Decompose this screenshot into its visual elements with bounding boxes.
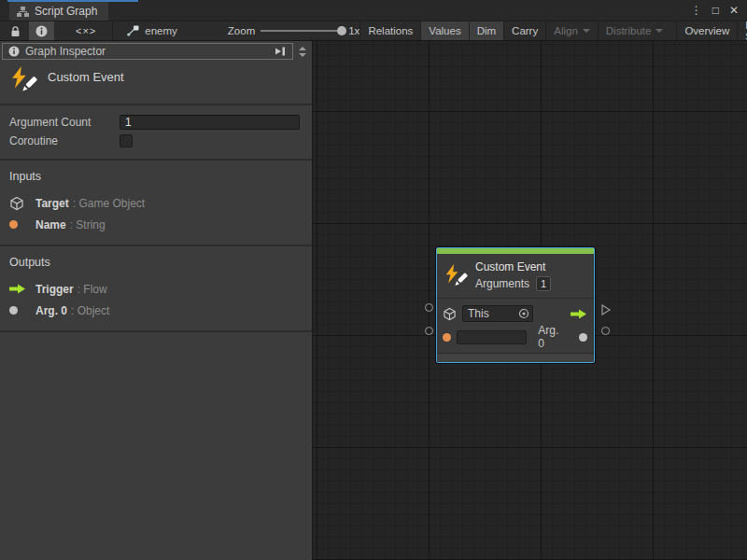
graph-name: enemy [145, 25, 177, 36]
graph-canvas[interactable]: Custom Event Arguments 1 [313, 41, 747, 560]
inputs-section: Inputs Target : Game Object [0, 161, 312, 246]
coroutine-label: Coroutine [9, 134, 120, 147]
output-port-arg0[interactable] [601, 327, 610, 335]
dim-button[interactable]: Dim [469, 21, 503, 40]
inspector-title: Graph Inspector [25, 45, 268, 58]
graph-hierarchy-icon [17, 7, 29, 17]
node-body: This [437, 298, 594, 353]
full-screen-button[interactable]: Full Screen [737, 21, 747, 40]
toolbar-left-group: <×> [0, 21, 113, 40]
outputs-section: Outputs Trigger : Flow Arg. 0 : Object [0, 246, 312, 332]
zoom-label: Zoom [228, 25, 255, 36]
lock-button[interactable] [4, 21, 27, 40]
string-port-icon [443, 333, 451, 342]
node-header[interactable]: Custom Event Arguments 1 [437, 254, 594, 298]
code-icon: <×> [76, 25, 96, 36]
object-picker-icon[interactable] [518, 308, 529, 319]
tab-script-graph[interactable]: Script Graph [9, 2, 108, 21]
zoom-control: Zoom 1x [187, 25, 360, 36]
inputs-heading: Inputs [9, 170, 303, 183]
info-icon [8, 46, 20, 57]
outputs-heading: Outputs [9, 256, 303, 269]
tab-label: Script Graph [35, 5, 97, 18]
zoom-slider-knob[interactable] [337, 26, 346, 35]
event-title: Custom Event [48, 70, 124, 94]
custom-event-node[interactable]: Custom Event Arguments 1 [436, 247, 595, 363]
relations-button[interactable]: Relations [359, 21, 420, 40]
argument-count-label: Argument Count [9, 116, 120, 129]
inspector-empty-area [0, 332, 312, 560]
custom-event-icon [9, 66, 37, 94]
zoom-slider[interactable] [261, 30, 343, 32]
flow-port-triangle-icon [600, 304, 612, 315]
inspector-header-box: Graph Inspector [2, 43, 293, 60]
node-arg0-label: Arg. 0 [538, 324, 568, 350]
values-button[interactable]: Values [420, 21, 468, 40]
string-port-icon [9, 220, 18, 229]
zoom-value: 1x [348, 25, 359, 36]
flow-arrow-icon [9, 284, 26, 294]
name-input-field[interactable] [457, 330, 527, 344]
maximize-icon[interactable]: □ [712, 4, 719, 17]
inspector-toggle-button[interactable] [29, 21, 54, 40]
spinner-up-icon[interactable] [299, 47, 306, 50]
close-icon[interactable]: ✕ [729, 4, 739, 17]
input-port-name[interactable] [425, 327, 433, 335]
custom-event-icon [444, 264, 468, 288]
lock-icon [10, 25, 21, 37]
argument-count-row: Argument Count [9, 113, 300, 132]
object-port-icon [579, 333, 587, 342]
graph-breadcrumb[interactable]: enemy [113, 25, 187, 36]
coroutine-checkbox[interactable] [120, 134, 133, 147]
target-this-dropdown[interactable]: This [462, 305, 533, 322]
window-controls: ⋮ □ ✕ [683, 0, 747, 21]
cube-icon [443, 307, 457, 321]
chevron-down-icon [583, 29, 590, 33]
node-footer [437, 353, 594, 362]
object-port-icon [9, 306, 18, 315]
event-settings: Argument Count Coroutine [0, 105, 312, 161]
kebab-menu-icon[interactable]: ⋮ [691, 4, 702, 17]
chevron-down-icon [655, 29, 663, 33]
panel-spinner[interactable] [293, 43, 312, 60]
flow-arrow-icon[interactable] [571, 309, 587, 319]
input-row-target: Target : Game Object [9, 192, 303, 214]
align-button[interactable]: Align [545, 21, 598, 40]
node-arguments-label: Arguments [475, 277, 529, 290]
node-row-target: This [443, 304, 587, 323]
output-row-trigger: Trigger : Flow [9, 278, 303, 300]
script-graph-window: Script Graph ⋮ □ ✕ [0, 0, 747, 560]
node-title: Custom Event [475, 260, 551, 274]
dock-icon[interactable] [274, 46, 287, 57]
node-arguments-value[interactable]: 1 [536, 276, 551, 291]
output-row-arg0: Arg. 0 : Object [9, 300, 303, 321]
info-icon [35, 25, 48, 37]
tab-bar: Script Graph ⋮ □ ✕ [0, 0, 747, 21]
active-tab-accent [7, 0, 138, 2]
overview-button[interactable]: Overview [676, 21, 737, 40]
graph-inspector-panel: Graph Inspector [0, 41, 313, 560]
code-view-button[interactable]: <×> [69, 21, 103, 40]
argument-count-input[interactable] [120, 115, 300, 130]
coroutine-row: Coroutine [9, 132, 300, 150]
graph-toolbar: <×> enemy Zoom 1x Relations Values [0, 21, 747, 41]
event-header: Custom Event [0, 60, 312, 105]
input-row-name: Name : String [9, 214, 303, 235]
carry-button[interactable]: Carry [503, 21, 545, 40]
graph-asset-icon [126, 25, 139, 36]
output-port-trigger[interactable] [600, 302, 612, 319]
node-row-arg0: Arg. 0 [443, 328, 587, 346]
cube-icon [9, 196, 24, 211]
distribute-button[interactable]: Distribute [598, 21, 671, 40]
toolbar-buttons: Relations Values Dim Carry Align Distrib… [359, 21, 747, 40]
spinner-down-icon[interactable] [299, 53, 306, 57]
inspector-header: Graph Inspector [2, 43, 312, 60]
input-port-target[interactable] [425, 303, 433, 312]
